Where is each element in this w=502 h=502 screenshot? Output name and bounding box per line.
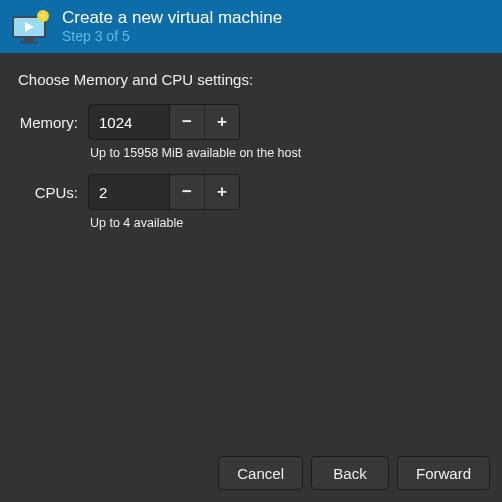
wizard-footer: Cancel Back Forward	[0, 444, 502, 502]
vm-wizard-window: Create a new virtual machine Step 3 of 5…	[0, 0, 502, 502]
cancel-button[interactable]: Cancel	[218, 456, 303, 490]
memory-increment-button[interactable]: +	[204, 105, 239, 139]
header-text: Create a new virtual machine Step 3 of 5	[62, 8, 282, 45]
memory-decrement-button[interactable]: −	[169, 105, 204, 139]
cpus-input[interactable]	[89, 175, 169, 209]
forward-button[interactable]: Forward	[397, 456, 490, 490]
cpus-increment-button[interactable]: +	[204, 175, 239, 209]
wizard-title: Create a new virtual machine	[62, 8, 282, 28]
svg-rect-2	[24, 38, 34, 41]
memory-cpu-form: Memory: − + Up to 15958 MiB available on…	[18, 104, 484, 240]
back-button[interactable]: Back	[311, 456, 389, 490]
svg-rect-3	[20, 41, 38, 44]
section-heading: Choose Memory and CPU settings:	[18, 71, 484, 88]
wizard-step: Step 3 of 5	[62, 28, 282, 45]
memory-label: Memory:	[18, 114, 80, 131]
memory-hint: Up to 15958 MiB available on the host	[88, 144, 484, 170]
wizard-body: Choose Memory and CPU settings: Memory: …	[0, 53, 502, 444]
cpus-hint: Up to 4 available	[88, 214, 484, 240]
cpus-label: CPUs:	[18, 184, 80, 201]
memory-input[interactable]	[89, 105, 169, 139]
cpus-spinbutton[interactable]: − +	[88, 174, 240, 210]
cpus-decrement-button[interactable]: −	[169, 175, 204, 209]
vm-monitor-icon	[10, 10, 50, 44]
memory-spinbutton[interactable]: − +	[88, 104, 240, 140]
wizard-header: Create a new virtual machine Step 3 of 5	[0, 0, 502, 53]
